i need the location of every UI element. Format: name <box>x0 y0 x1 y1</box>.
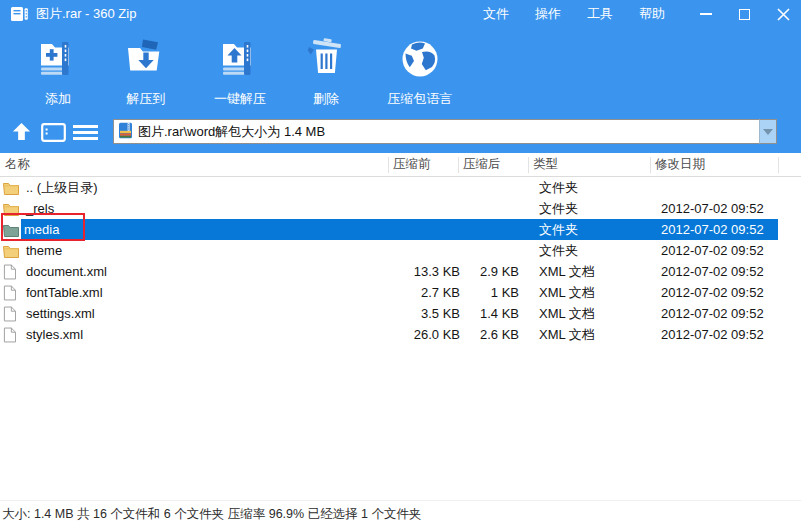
delete-button[interactable]: 删除 <box>290 32 362 114</box>
date-modified: 2012-07-02 09:52 <box>651 243 778 258</box>
file-icon <box>3 264 21 280</box>
name-cell: media <box>0 219 390 240</box>
one-click-extract-label: 一键解压 <box>214 90 266 108</box>
date-modified: 2012-07-02 09:52 <box>651 285 778 300</box>
list-view-icon <box>73 124 98 141</box>
extract-to-button[interactable]: 解压到 <box>102 32 190 114</box>
close-button[interactable] <box>767 0 799 28</box>
trash-icon <box>303 32 349 85</box>
add-button[interactable]: 添加 <box>14 32 102 114</box>
status-text: 大小: 1.4 MB 共 16 个文件和 6 个文件夹 压缩率 96.9% 已经… <box>2 506 422 523</box>
address-bar[interactable]: 图片.rar\word解包大小为 1.4 MB <box>113 119 760 144</box>
name-cell: document.xml <box>0 264 390 280</box>
one-click-extract-button[interactable]: 一键解压 <box>190 32 290 114</box>
menu-file[interactable]: 文件 <box>483 0 509 28</box>
size-after: 2.6 KB <box>460 327 519 342</box>
column-header-date[interactable]: 修改日期 <box>655 153 705 176</box>
delete-label: 删除 <box>313 90 339 108</box>
maximize-button[interactable] <box>728 0 760 28</box>
folder-icon <box>3 244 21 258</box>
column-divider[interactable] <box>778 157 779 173</box>
file-name: _rels <box>26 201 54 216</box>
table-row[interactable]: .. (上级目录)文件夹 <box>0 177 778 198</box>
date-modified: 2012-07-02 09:52 <box>651 222 778 237</box>
size-after: 1.4 KB <box>460 306 519 321</box>
name-cell: _rels <box>0 201 390 216</box>
menubar: 文件 操作 工具 帮助 <box>483 0 665 28</box>
list-view-button[interactable] <box>73 124 98 141</box>
panel-view-button[interactable] <box>41 123 66 142</box>
folder-icon <box>3 202 21 216</box>
file-icon <box>3 285 21 301</box>
file-type: 文件夹 <box>519 179 651 197</box>
name-cell: .. (上级目录) <box>0 179 390 197</box>
file-type: XML 文档 <box>519 326 651 344</box>
column-header-type[interactable]: 类型 <box>533 153 558 176</box>
app-archive-icon <box>10 5 30 27</box>
minimize-button[interactable] <box>690 0 722 28</box>
rar-file-icon <box>118 122 133 142</box>
column-divider[interactable] <box>528 157 529 173</box>
menu-tools[interactable]: 工具 <box>587 0 613 28</box>
file-type: XML 文档 <box>519 263 651 281</box>
file-name: .. (上级目录) <box>26 179 98 197</box>
file-name: document.xml <box>26 264 107 279</box>
date-modified: 2012-07-02 09:52 <box>651 327 778 342</box>
file-icon <box>3 306 21 322</box>
extract-to-folder-icon <box>123 32 169 85</box>
window-title: 图片.rar - 360 Zip <box>36 0 136 28</box>
size-after: 2.9 KB <box>460 264 519 279</box>
file-type: XML 文档 <box>519 305 651 323</box>
address-dropdown-button[interactable] <box>759 119 777 144</box>
name-cell: fontTable.xml <box>0 285 390 301</box>
folder-icon <box>3 181 21 195</box>
date-modified: 2012-07-02 09:52 <box>651 306 778 321</box>
name-cell: theme <box>0 243 390 258</box>
folder-teal-icon <box>0 219 21 240</box>
column-header-size-after[interactable]: 压缩后 <box>463 153 501 176</box>
table-row[interactable]: document.xml13.3 KB2.9 KBXML 文档2012-07-0… <box>0 261 778 282</box>
date-modified: 2012-07-02 09:52 <box>651 201 778 216</box>
add-label: 添加 <box>45 90 71 108</box>
titlebar: 图片.rar - 360 Zip 文件 操作 工具 帮助 <box>0 0 801 28</box>
size-before: 2.7 KB <box>390 285 460 300</box>
file-type: 文件夹 <box>519 200 651 218</box>
up-directory-button[interactable] <box>11 121 32 142</box>
column-divider[interactable] <box>458 157 459 173</box>
globe-icon <box>397 32 443 85</box>
table-row[interactable]: settings.xml3.5 KB1.4 KBXML 文档2012-07-02… <box>0 303 778 324</box>
add-folder-icon <box>35 32 81 85</box>
one-click-extract-folder-icon <box>217 32 263 85</box>
column-header-name[interactable]: 名称 <box>5 153 30 176</box>
close-icon <box>777 8 790 21</box>
table-row[interactable]: theme文件夹2012-07-02 09:52 <box>0 240 778 261</box>
table-row[interactable]: styles.xml26.0 KB2.6 KBXML 文档2012-07-02 … <box>0 324 778 345</box>
extract-to-label: 解压到 <box>127 90 166 108</box>
menu-actions[interactable]: 操作 <box>535 0 561 28</box>
file-icon <box>3 327 21 343</box>
column-divider[interactable] <box>650 157 651 173</box>
maximize-icon <box>739 9 750 20</box>
menu-help[interactable]: 帮助 <box>639 0 665 28</box>
file-name: theme <box>26 243 62 258</box>
status-bar: 大小: 1.4 MB 共 16 个文件和 6 个文件夹 压缩率 96.9% 已经… <box>0 500 801 527</box>
name-cell: settings.xml <box>0 306 390 322</box>
chevron-down-icon <box>763 129 773 135</box>
file-list-header: 名称 压缩前 压缩后 类型 修改日期 <box>0 153 801 177</box>
up-arrow-icon <box>11 121 32 142</box>
table-row[interactable]: fontTable.xml2.7 KB1 KBXML 文档2012-07-02 … <box>0 282 778 303</box>
column-header-size-before[interactable]: 压缩前 <box>393 153 431 176</box>
archive-language-button[interactable]: 压缩包语言 <box>362 32 478 114</box>
panel-view-icon <box>41 123 66 142</box>
file-name: styles.xml <box>26 327 83 342</box>
size-before: 13.3 KB <box>390 264 460 279</box>
column-divider[interactable] <box>388 157 389 173</box>
minimize-icon <box>700 13 712 15</box>
360zip-window: 图片.rar - 360 Zip 文件 操作 工具 帮助 <box>0 0 801 527</box>
file-type: 文件夹 <box>519 221 651 239</box>
table-row[interactable]: _rels文件夹2012-07-02 09:52 <box>0 198 778 219</box>
file-name: settings.xml <box>26 306 95 321</box>
toolbar: 添加 解压到 <box>14 32 478 114</box>
table-row[interactable]: media文件夹2012-07-02 09:52 <box>0 219 778 240</box>
file-list: .. (上级目录)文件夹_rels文件夹2012-07-02 09:52medi… <box>0 177 778 345</box>
